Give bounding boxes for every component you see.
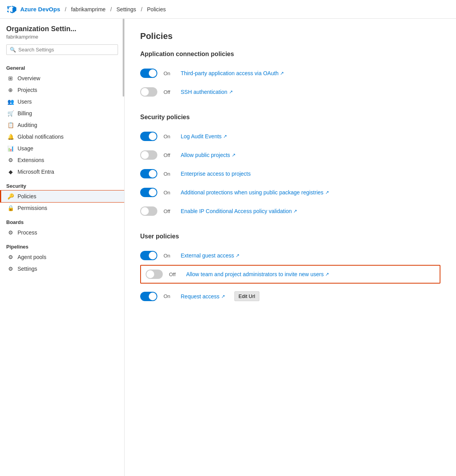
request-access-toggle-thumb — [149, 293, 157, 300]
log-audit-toggle-thumb — [149, 132, 157, 140]
section-general: General — [0, 61, 124, 72]
layout: Organization Settin... fabrikamprime 🔍 G… — [0, 19, 456, 476]
external-guest-toggle[interactable] — [140, 251, 157, 260]
search-input[interactable] — [18, 47, 114, 53]
topbar: Azure DevOps / fabrikamprime / Settings … — [0, 0, 456, 19]
permissions-icon: 🔒 — [7, 205, 14, 211]
enterprise-access-toggle-thumb — [149, 170, 157, 178]
sidebar-item-overview-label: Overview — [18, 75, 40, 81]
log-audit-policy-link[interactable]: Log Audit Events ↗ — [181, 133, 227, 139]
ip-conditional-toggle-thumb — [141, 207, 149, 215]
public-projects-toggle[interactable] — [140, 150, 157, 160]
settings-icon: ⚙ — [7, 266, 14, 272]
public-projects-toggle-track[interactable] — [140, 150, 157, 160]
oauth-toggle-label: On — [164, 71, 174, 76]
sidebar-item-agent-pools[interactable]: ⚙ Agent pools — [0, 251, 124, 263]
notifications-icon: 🔔 — [7, 134, 14, 140]
ssh-toggle-track[interactable] — [140, 87, 157, 97]
external-guest-toggle-label: On — [164, 253, 174, 259]
invite-users-toggle-track[interactable] — [146, 270, 163, 279]
policy-row-log-audit: On Log Audit Events ↗ — [140, 127, 440, 146]
section-security: Security — [0, 179, 124, 190]
breadcrumb-org[interactable]: fabrikamprime — [71, 6, 106, 12]
sidebar-item-extensions[interactable]: ⚙ Extensions — [0, 154, 124, 166]
sidebar-item-policies-label: Policies — [18, 193, 36, 199]
sidebar-item-overview[interactable]: ⊞ Overview — [0, 72, 124, 84]
public-package-toggle-track[interactable] — [140, 188, 157, 197]
search-box[interactable]: 🔍 — [6, 44, 118, 55]
sidebar-item-settings-pipelines-label: Settings — [18, 266, 37, 272]
breadcrumb-settings[interactable]: Settings — [116, 6, 136, 12]
oauth-toggle-track[interactable] — [140, 69, 157, 78]
policy-row-invite-users: Off Allow team and project administrator… — [140, 265, 440, 284]
sidebar-item-auditing-label: Auditing — [18, 122, 37, 128]
log-audit-external-link-icon: ↗ — [223, 134, 227, 139]
sidebar-item-projects-label: Projects — [18, 87, 37, 93]
user-policies-title: User policies — [140, 233, 440, 240]
sidebar-item-global-notifications[interactable]: 🔔 Global notifications — [0, 131, 124, 143]
sidebar-item-auditing[interactable]: 📋 Auditing — [0, 119, 124, 131]
ip-conditional-external-link-icon: ↗ — [293, 208, 297, 214]
external-guest-toggle-track[interactable] — [140, 251, 157, 260]
ip-conditional-policy-link[interactable]: Enable IP Conditional Access policy vali… — [181, 208, 297, 214]
sidebar-item-permissions-label: Permissions — [18, 205, 47, 211]
log-audit-toggle-track[interactable] — [140, 132, 157, 141]
sidebar-org-title: Organization Settin... — [0, 25, 124, 34]
policy-row-public-package: On Additional protections when using pub… — [140, 183, 440, 202]
grid-icon: ⊞ — [7, 75, 14, 81]
request-access-toggle[interactable] — [140, 292, 157, 301]
ip-conditional-toggle-track[interactable] — [140, 206, 157, 216]
sidebar-item-microsoft-entra-label: Microsoft Entra — [18, 169, 54, 175]
sidebar-org-subtitle: fabrikamprime — [0, 34, 124, 44]
section-pipelines: Pipelines — [0, 240, 124, 251]
sidebar-item-usage-label: Usage — [18, 145, 33, 152]
main-content: Policies Application connection policies… — [125, 19, 456, 476]
external-guest-external-link-icon: ↗ — [236, 253, 239, 258]
app-name[interactable]: Azure DevOps — [20, 6, 60, 12]
ssh-policy-link[interactable]: SSH authentication ↗ — [181, 89, 233, 95]
ip-conditional-toggle-label: Off — [164, 208, 174, 214]
oauth-external-link-icon: ↗ — [280, 71, 284, 76]
breadcrumb-policies: Policies — [147, 6, 166, 12]
ssh-policy-text: SSH authentication — [181, 89, 227, 95]
auditing-icon: 📋 — [7, 122, 14, 128]
sidebar-item-microsoft-entra[interactable]: ◆ Microsoft Entra — [0, 166, 124, 178]
edit-url-button[interactable]: Edit Url — [234, 291, 260, 301]
sidebar-item-policies[interactable]: 🔑 Policies — [0, 190, 124, 202]
sidebar-item-settings-pipelines[interactable]: ⚙ Settings — [0, 263, 124, 275]
policy-row-ssh: Off SSH authentication ↗ — [140, 83, 440, 101]
process-icon: ⚙ — [7, 229, 14, 236]
enterprise-access-toggle[interactable] — [140, 169, 157, 178]
sidebar-item-usage[interactable]: 📊 Usage — [0, 143, 124, 154]
invite-users-toggle[interactable] — [146, 270, 163, 279]
invite-users-policy-link[interactable]: Allow team and project administrators to… — [186, 271, 329, 277]
billing-icon: 🛒 — [7, 110, 14, 116]
invite-users-external-link-icon: ↗ — [325, 271, 329, 277]
application-connection-section: Application connection policies On Third… — [140, 51, 440, 101]
public-package-toggle[interactable] — [140, 188, 157, 197]
public-package-toggle-thumb — [149, 189, 157, 196]
log-audit-toggle[interactable] — [140, 132, 157, 141]
public-projects-policy-text: Allow public projects — [181, 152, 230, 158]
sidebar-item-projects[interactable]: ⊕ Projects — [0, 84, 124, 96]
public-projects-toggle-thumb — [141, 151, 149, 159]
scrollbar[interactable] — [123, 19, 124, 97]
sidebar-item-process[interactable]: ⚙ Process — [0, 227, 124, 238]
oauth-toggle[interactable] — [140, 69, 157, 78]
request-access-policy-link[interactable]: Request access ↗ — [181, 293, 225, 300]
ip-conditional-toggle[interactable] — [140, 206, 157, 216]
breadcrumb-sep-2: / — [110, 6, 112, 12]
sidebar-item-billing[interactable]: 🛒 Billing — [0, 108, 124, 119]
public-projects-policy-link[interactable]: Allow public projects ↗ — [181, 152, 236, 158]
external-guest-policy-link[interactable]: External guest access ↗ — [181, 252, 239, 259]
sidebar-item-users[interactable]: 👥 Users — [0, 96, 124, 108]
request-access-toggle-track[interactable] — [140, 292, 157, 301]
oauth-policy-link[interactable]: Third-party application access via OAuth… — [181, 70, 284, 76]
sidebar-item-permissions[interactable]: 🔒 Permissions — [0, 202, 124, 214]
azure-devops-logo[interactable] — [6, 4, 17, 15]
enterprise-access-toggle-track[interactable] — [140, 169, 157, 178]
external-guest-toggle-thumb — [149, 252, 157, 259]
ssh-toggle[interactable] — [140, 87, 157, 97]
sidebar-item-extensions-label: Extensions — [18, 157, 44, 163]
public-package-policy-link[interactable]: Additional protections when using public… — [181, 189, 329, 196]
